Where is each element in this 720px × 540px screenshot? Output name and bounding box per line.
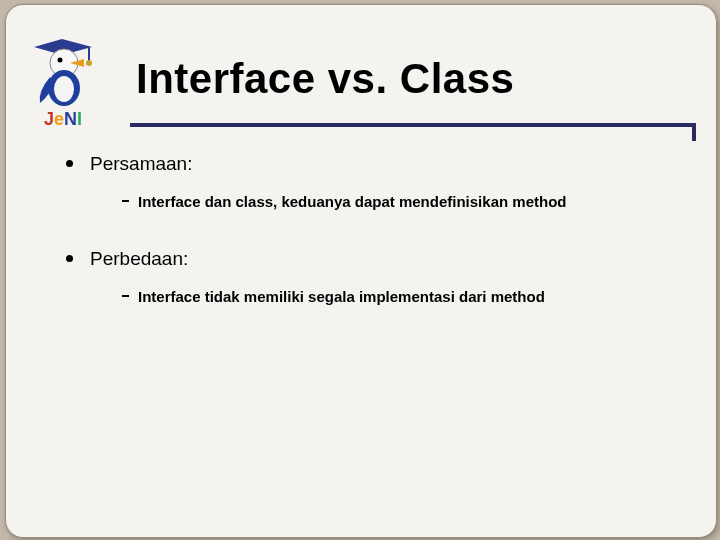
- bullet-dash-icon: [122, 295, 129, 297]
- svg-point-5: [58, 58, 63, 63]
- svg-point-2: [86, 60, 92, 66]
- bullet-item: Persamaan:: [66, 153, 661, 175]
- bullet-label: Perbedaan:: [90, 248, 188, 269]
- slide-outer: JeNI Interface vs. Class Persamaan: Inte…: [0, 0, 720, 540]
- sub-bullet-label: Interface dan class, keduanya dapat mend…: [138, 193, 566, 210]
- slide-body: Persamaan: Interface dan class, keduanya…: [66, 153, 661, 343]
- bullet-disc-icon: [66, 255, 73, 262]
- bullet-label: Persamaan:: [90, 153, 192, 174]
- sub-bullet-label: Interface tidak memiliki segala implemen…: [138, 288, 545, 305]
- bullet-dash-icon: [122, 200, 129, 202]
- svg-point-7: [54, 76, 74, 102]
- sub-bullet-item: Interface dan class, keduanya dapat mend…: [66, 193, 661, 210]
- svg-rect-1: [88, 47, 90, 61]
- title-underline: [134, 123, 696, 127]
- bullet-disc-icon: [66, 160, 73, 167]
- slide-frame: JeNI Interface vs. Class Persamaan: Inte…: [5, 4, 717, 538]
- svg-text:JeNI: JeNI: [44, 109, 82, 128]
- bullet-item: Perbedaan:: [66, 248, 661, 270]
- jeni-logo: JeNI: [34, 33, 106, 128]
- sub-bullet-item: Interface tidak memiliki segala implemen…: [66, 288, 661, 305]
- slide-title: Interface vs. Class: [136, 55, 514, 103]
